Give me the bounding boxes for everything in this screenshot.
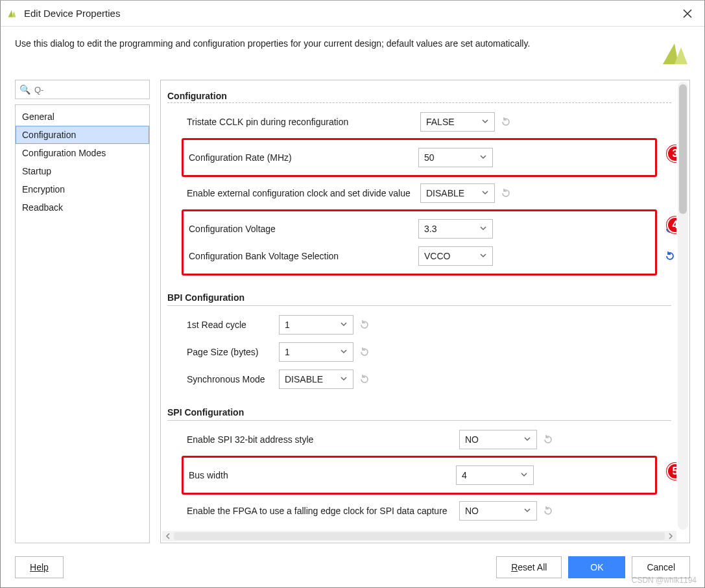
divider-solid xyxy=(167,305,671,306)
select-ext-clock[interactable]: DISABLE xyxy=(420,183,495,203)
nav-item-encryption[interactable]: Encryption xyxy=(16,180,149,198)
dialog-edit-device-properties: Edit Device Properties Use this dialog t… xyxy=(0,0,705,588)
label-ext-clock: Enable external configuration clock and … xyxy=(187,188,420,198)
reset-icon[interactable] xyxy=(542,505,554,517)
search-icon: 🔍 xyxy=(19,84,30,95)
row-bpi-sync-mode: Synchronous Mode DISABLE xyxy=(187,368,671,390)
search-input[interactable] xyxy=(33,84,145,95)
close-button[interactable] xyxy=(676,2,699,25)
row-config-voltage: Configuration Voltage 3.3 xyxy=(189,218,651,240)
label-config-voltage: Configuration Voltage xyxy=(189,224,418,234)
reset-icon[interactable] xyxy=(500,187,512,199)
ok-button[interactable]: OK xyxy=(568,556,625,578)
chevron-down-icon xyxy=(523,434,531,445)
select-spi-falling-edge[interactable]: NO xyxy=(459,501,537,521)
label-bpi-sync-mode: Synchronous Mode xyxy=(187,374,279,384)
reset-icon[interactable] xyxy=(359,373,370,385)
chevron-down-icon xyxy=(481,188,489,198)
row-spi-falling-edge: Enable the FPGA to use a falling edge cl… xyxy=(187,500,671,522)
content-panel: Configuration Tristate CCLK pin during r… xyxy=(160,80,690,543)
select-bank-voltage[interactable]: VCCO xyxy=(418,246,493,266)
scrollbar-thumb[interactable] xyxy=(679,84,687,214)
scrollbar-thumb-h[interactable] xyxy=(174,532,665,540)
watermark-text: CSDN @whik1194 xyxy=(632,576,697,585)
chevron-down-icon xyxy=(340,374,348,384)
select-bpi-page-size[interactable]: 1 xyxy=(279,342,353,362)
nav-list: General Configuration Configuration Mode… xyxy=(15,104,150,543)
horizontal-scrollbar[interactable] xyxy=(162,531,676,541)
chevron-down-icon xyxy=(340,320,348,330)
section-title-bpi: BPI Configuration xyxy=(167,292,671,303)
section-title-spi: SPI Configuration xyxy=(167,407,671,417)
row-bpi-page-size: Page Size (bytes) 1 xyxy=(187,341,671,363)
nav-item-general[interactable]: General xyxy=(16,108,149,126)
nav-item-readback[interactable]: Readback xyxy=(16,198,149,217)
section-title-configuration: Configuration xyxy=(167,91,671,101)
reset-icon[interactable] xyxy=(664,250,676,262)
brand-icon xyxy=(659,38,690,69)
button-bar: Help Reset All OK Cancel xyxy=(1,547,704,587)
select-config-voltage[interactable]: 3.3 xyxy=(418,219,493,239)
select-bpi-first-read[interactable]: 1 xyxy=(279,315,353,335)
label-bpi-first-read: 1st Read cycle xyxy=(187,320,279,330)
row-spi-32bit: Enable SPI 32-bit address style NO xyxy=(187,429,671,451)
annotation-badge-3: 3 xyxy=(667,145,676,162)
label-spi-falling-edge: Enable the FPGA to use a falling edge cl… xyxy=(187,506,459,516)
label-bpi-page-size: Page Size (bytes) xyxy=(187,347,279,357)
reset-icon[interactable] xyxy=(359,346,370,358)
row-config-rate: Configuration Rate (MHz) 50 xyxy=(189,147,651,169)
reset-icon[interactable] xyxy=(542,434,554,445)
annotation-box-4: Configuration Voltage 3.3 Configuration … xyxy=(182,209,657,276)
annotation-box-5: Bus width 4 5 xyxy=(182,456,657,495)
row-ext-clock: Enable external configuration clock and … xyxy=(187,182,671,204)
row-tristate-cclk: Tristate CCLK pin during reconfiguration… xyxy=(187,111,671,133)
annotation-box-3: Configuration Rate (MHz) 50 3 xyxy=(182,138,657,177)
app-icon xyxy=(6,8,18,19)
nav-item-configuration[interactable]: Configuration xyxy=(16,126,149,144)
chevron-down-icon xyxy=(479,152,487,163)
body-area: 🔍 General Configuration Configuration Mo… xyxy=(1,73,704,547)
nav-item-startup[interactable]: Startup xyxy=(16,162,149,180)
select-config-rate[interactable]: 50 xyxy=(418,148,493,167)
annotation-badge-5: 5 xyxy=(667,463,676,480)
row-spi-bus-width: Bus width 4 xyxy=(189,464,651,486)
select-tristate-cclk[interactable]: FALSE xyxy=(420,112,495,132)
chevron-down-icon xyxy=(479,224,487,234)
label-tristate-cclk: Tristate CCLK pin during reconfiguration xyxy=(187,117,420,127)
left-column: 🔍 General Configuration Configuration Mo… xyxy=(15,73,150,543)
select-bpi-sync-mode[interactable]: DISABLE xyxy=(279,370,353,389)
info-text: Use this dialog to edit the programming … xyxy=(15,38,651,49)
chevron-down-icon xyxy=(520,470,528,480)
select-spi-32bit[interactable]: NO xyxy=(459,430,537,449)
search-field-wrap[interactable]: 🔍 xyxy=(15,80,150,99)
info-bar: Use this dialog to edit the programming … xyxy=(1,27,704,73)
scroll-left-icon[interactable] xyxy=(163,532,173,541)
reset-all-button[interactable]: Reset All xyxy=(496,556,562,578)
label-spi-bus-width: Bus width xyxy=(189,470,456,480)
chevron-down-icon xyxy=(479,251,487,261)
chevron-down-icon xyxy=(481,117,489,127)
title-bar: Edit Device Properties xyxy=(1,1,704,27)
help-button[interactable]: Help xyxy=(15,556,64,578)
vertical-scrollbar[interactable] xyxy=(678,82,688,530)
cancel-button[interactable]: Cancel xyxy=(632,556,690,578)
label-config-rate: Configuration Rate (MHz) xyxy=(189,152,418,163)
label-spi-32bit: Enable SPI 32-bit address style xyxy=(187,434,459,445)
scroll-right-icon[interactable] xyxy=(666,532,675,541)
content-scroll: Configuration Tristate CCLK pin during r… xyxy=(161,80,676,530)
divider-solid xyxy=(167,420,671,421)
label-bank-voltage: Configuration Bank Voltage Selection xyxy=(189,251,418,261)
row-bpi-first-read: 1st Read cycle 1 xyxy=(187,314,671,336)
select-spi-bus-width[interactable]: 4 xyxy=(456,465,534,485)
nav-item-configuration-modes[interactable]: Configuration Modes xyxy=(16,144,149,162)
reset-icon[interactable] xyxy=(500,116,512,128)
chevron-down-icon xyxy=(523,506,531,516)
divider-dashed xyxy=(167,102,671,103)
dialog-title: Edit Device Properties xyxy=(24,8,120,19)
chevron-down-icon xyxy=(340,347,348,357)
row-bank-voltage: Configuration Bank Voltage Selection VCC… xyxy=(189,245,651,267)
reset-icon[interactable] xyxy=(359,319,370,331)
